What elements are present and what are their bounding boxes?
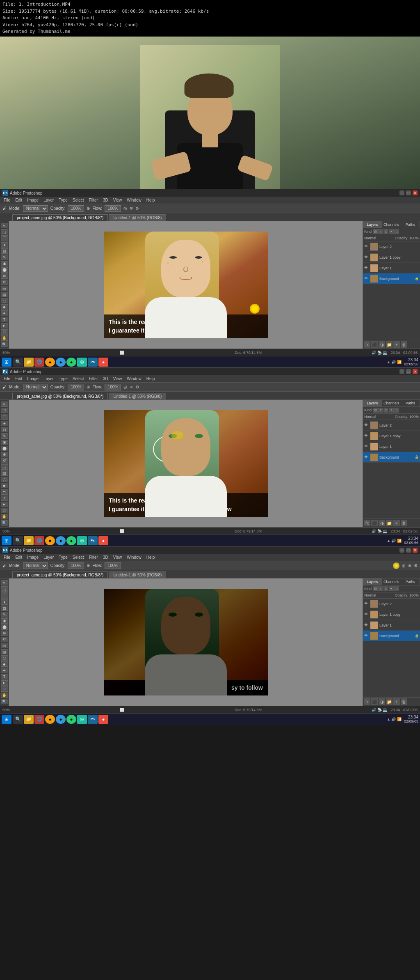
menu2-layer[interactable]: Layer xyxy=(41,376,56,382)
move-tool-2[interactable]: ↖ xyxy=(1,402,8,407)
layer-eye-icon[interactable]: 👁 xyxy=(364,244,369,249)
flow-input[interactable] xyxy=(105,205,121,212)
layer2-row-2[interactable]: 👁 Layer 2 xyxy=(363,420,420,431)
menu-help[interactable]: Help xyxy=(144,197,157,203)
taskbar-yellow[interactable]: ● xyxy=(45,358,55,367)
menu2-file[interactable]: File xyxy=(2,376,12,382)
taskbar-red-app[interactable]: ● xyxy=(98,358,108,367)
blur-tool[interactable]: ◌ xyxy=(1,298,8,303)
quick-select-tool[interactable]: ✦ xyxy=(1,242,8,248)
menu2-3d[interactable]: 3D xyxy=(101,376,110,382)
pen-tool-3[interactable]: ✒ xyxy=(1,668,8,673)
layer2-row-3[interactable]: 👁 Layer 2 xyxy=(363,599,420,609)
bg-row-3[interactable]: 👁 Background 🔒 xyxy=(363,631,420,641)
taskbar-blue[interactable]: ● xyxy=(56,358,66,367)
menu2-image[interactable]: Image xyxy=(25,376,41,382)
type-tool-2[interactable]: T xyxy=(1,496,8,501)
selection-tool-2[interactable]: ⬚ xyxy=(1,408,8,413)
shape-tool-3[interactable]: □ xyxy=(1,686,8,692)
layer-eye-icon[interactable]: 👁 xyxy=(364,266,369,271)
dodge-tool[interactable]: ☻ xyxy=(1,304,8,310)
ps-canvas-area-2[interactable]: This is the real sample we'll be using a… xyxy=(9,400,363,527)
history-brush-3[interactable]: ↺ xyxy=(1,637,8,642)
crop-tool-2[interactable]: ⊡ xyxy=(1,427,8,432)
eye-icon[interactable]: 👁 xyxy=(364,612,369,617)
eye-icon[interactable]: 👁 xyxy=(364,444,369,449)
taskbar-green-2[interactable]: ● xyxy=(66,536,76,545)
menu2-help[interactable]: Help xyxy=(144,376,157,382)
layer-row-background[interactable]: 👁 Background 🔒 xyxy=(363,273,420,284)
eraser-tool-3[interactable]: ▭ xyxy=(1,643,8,648)
taskbar-search[interactable]: 🔍 xyxy=(13,358,23,367)
eye-icon[interactable]: 👁 xyxy=(364,623,369,628)
taskbar-ie-2[interactable]: 🌐 xyxy=(34,536,44,545)
blur-tool-2[interactable]: ◌ xyxy=(1,477,8,482)
mode-select-3[interactable]: Normal xyxy=(23,562,48,569)
eye-icon[interactable]: 👁 xyxy=(364,455,369,460)
brush-tool[interactable]: ⬤ xyxy=(1,267,8,273)
layers-tab[interactable]: Layers xyxy=(363,221,382,228)
new-layer-button-3[interactable]: + xyxy=(393,698,400,705)
dodge-tool-3[interactable]: ☻ xyxy=(1,661,8,667)
start-button-2[interactable]: ⊞ xyxy=(2,536,11,545)
paths-tab-2[interactable]: Paths xyxy=(401,400,420,406)
ps-tab-1[interactable]: project_acne.jpg @ 50% (Background, RGB/… xyxy=(12,214,108,221)
taskbar-green-3[interactable]: ● xyxy=(66,715,76,724)
eyedropper-tool-3[interactable]: ✎ xyxy=(1,612,8,617)
eraser-tool[interactable]: ▭ xyxy=(1,286,8,291)
type-tool[interactable]: T xyxy=(1,317,8,322)
bg-row-2[interactable]: 👁 Background 🔒 xyxy=(363,452,420,463)
ps-canvas-area-3[interactable]: sy to follow xyxy=(9,578,363,706)
menu2-filter[interactable]: Filter xyxy=(87,376,100,382)
layer-row-layer1[interactable]: 👁 Layer 1 xyxy=(363,263,420,273)
selection-tool[interactable]: ⬚ xyxy=(1,229,8,234)
minimize-button-3[interactable]: ─ xyxy=(399,548,404,553)
menu2-type[interactable]: Type xyxy=(57,376,70,382)
adjustment-button-2[interactable]: ◑ xyxy=(379,520,385,526)
new-layer-button-2[interactable]: + xyxy=(393,520,400,526)
spot-heal-tool-2[interactable]: ◉ xyxy=(1,440,8,445)
clone-tool-3[interactable]: ⊕ xyxy=(1,631,8,636)
taskbar-explorer-3[interactable]: 📁 xyxy=(24,715,34,724)
opacity-input-3[interactable] xyxy=(68,562,84,569)
lasso-tool[interactable]: ⌒ xyxy=(1,235,8,241)
taskbar-blue-3[interactable]: ● xyxy=(56,715,66,724)
menu-view[interactable]: View xyxy=(111,197,124,203)
taskbar-yellow-2[interactable]: ● xyxy=(45,536,55,545)
menu3-3d[interactable]: 3D xyxy=(101,554,110,560)
maximize-button[interactable]: □ xyxy=(406,190,411,195)
taskbar-ps-app-2[interactable]: Ps xyxy=(88,536,98,545)
taskbar-safari-3[interactable]: ◎ xyxy=(77,715,87,724)
history-brush-2[interactable]: ↺ xyxy=(1,458,8,464)
start-button-3[interactable]: ⊞ xyxy=(2,715,11,724)
ps2-tab-1[interactable]: project_acne.jpg @ 50% (Background, RGB/… xyxy=(12,393,108,399)
layers-tab-3[interactable]: Layers xyxy=(363,578,382,585)
move-tool[interactable]: ↖ xyxy=(1,223,8,228)
blur-tool-3[interactable]: ◌ xyxy=(1,655,8,661)
quick-select-tool-3[interactable]: ✦ xyxy=(1,599,8,605)
dodge-tool-2[interactable]: ☻ xyxy=(1,483,8,488)
zoom-tool[interactable]: 🔍 xyxy=(1,342,8,347)
eye-icon[interactable]: 👁 xyxy=(364,633,369,638)
start-button[interactable]: ⊞ xyxy=(2,358,11,367)
zoom-tool-2[interactable]: 🔍 xyxy=(1,520,8,526)
menu2-select[interactable]: Select xyxy=(71,376,86,382)
pen-tool-2[interactable]: ✒ xyxy=(1,489,8,494)
mode-select[interactable]: Normal xyxy=(23,205,48,212)
eye-icon[interactable]: 👁 xyxy=(364,601,369,606)
crop-tool[interactable]: ⊡ xyxy=(1,248,8,254)
taskbar-explorer[interactable]: 📁 xyxy=(24,358,34,367)
menu3-select[interactable]: Select xyxy=(71,554,86,560)
layer-row-layer2[interactable]: 👁 Layer 2 xyxy=(363,241,420,252)
channels-tab-2[interactable]: Channels xyxy=(382,400,401,406)
taskbar-ps-app-3[interactable]: Ps xyxy=(88,715,98,724)
add-fx-button-3[interactable]: fx xyxy=(364,698,370,705)
maximize-button-3[interactable]: □ xyxy=(406,548,411,553)
taskbar-ie-3[interactable]: 🌐 xyxy=(34,715,44,724)
spot-heal-tool-3[interactable]: ◉ xyxy=(1,618,8,624)
gradient-tool-2[interactable]: ▤ xyxy=(1,470,8,476)
menu3-layer[interactable]: Layer xyxy=(41,554,56,560)
layer1copy-row-2[interactable]: 👁 Layer 1 copy xyxy=(363,431,420,441)
menu3-view[interactable]: View xyxy=(111,554,124,560)
adjustment-button-3[interactable]: ◑ xyxy=(379,698,385,705)
